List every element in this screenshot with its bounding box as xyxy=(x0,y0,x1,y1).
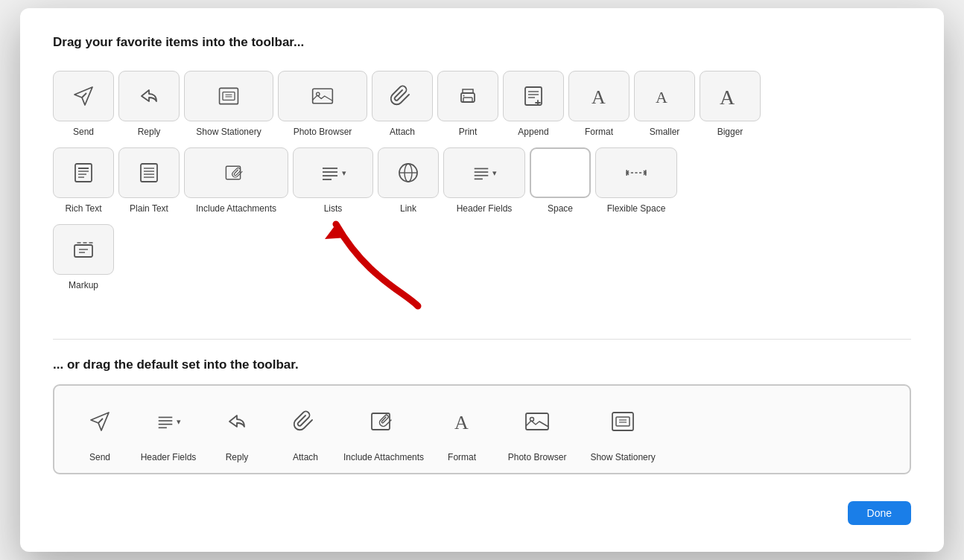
tool-print[interactable]: Print xyxy=(437,71,498,137)
arrow-annotation xyxy=(306,202,440,316)
toolbar-items-row3: Markup xyxy=(53,224,114,290)
dt-send-btn[interactable] xyxy=(69,396,130,447)
tool-link-btn[interactable] xyxy=(378,147,439,198)
svg-rect-55 xyxy=(616,417,630,426)
photo-icon xyxy=(311,84,334,108)
tool-reply-label: Reply xyxy=(138,127,161,137)
tool-rich-text[interactable]: Rich Text xyxy=(53,147,114,214)
dt-stationery-icon xyxy=(609,410,636,433)
svg-text:A: A xyxy=(592,86,606,108)
tool-photo-browser[interactable]: Photo Browser xyxy=(278,71,367,137)
tool-stationery-btn[interactable] xyxy=(184,71,273,121)
print-icon xyxy=(456,84,480,108)
tool-lists-btn[interactable]: ▾ xyxy=(293,147,373,198)
tool-rich-text-label: Rich Text xyxy=(65,203,101,214)
toolbar-items-row2: Rich Text Plain Text xyxy=(53,147,911,214)
tool-include-attachments[interactable]: Include Attachments xyxy=(184,147,288,214)
tool-append-btn[interactable] xyxy=(503,71,564,121)
svg-text:A: A xyxy=(720,86,735,108)
tool-plain-text-btn[interactable] xyxy=(118,147,180,198)
tool-reply-btn[interactable] xyxy=(118,71,180,121)
tool-reply[interactable]: Reply xyxy=(118,71,180,137)
svg-rect-24 xyxy=(141,164,157,182)
default-toolbar-box: Send ▾ Header Fields Reply xyxy=(53,384,911,474)
dt-show-stationery[interactable]: Show Stationery xyxy=(582,396,664,462)
tool-show-stationery[interactable]: Show Stationery xyxy=(184,71,273,137)
tool-print-btn[interactable] xyxy=(437,71,498,121)
dt-format-btn[interactable]: A xyxy=(431,396,492,447)
dt-header-fields-btn[interactable]: ▾ xyxy=(138,396,199,447)
dt-reply-label: Reply xyxy=(226,452,249,462)
tool-photo-label: Photo Browser xyxy=(294,127,352,137)
tool-send-label: Send xyxy=(73,127,94,137)
lists-dropdown-arrow: ▾ xyxy=(342,168,346,178)
svg-rect-42 xyxy=(74,245,92,257)
tool-plain-text[interactable]: Plain Text xyxy=(118,147,180,214)
tool-smaller-btn[interactable]: A xyxy=(634,71,695,121)
done-button[interactable]: Done xyxy=(848,501,911,525)
tool-header-fields-btn[interactable]: ▾ xyxy=(443,147,525,198)
dt-attach-btn[interactable] xyxy=(275,396,336,447)
tool-flexible-space-label: Flexible Space xyxy=(607,203,666,214)
tool-markup-label: Markup xyxy=(69,280,98,290)
tool-space[interactable]: Space xyxy=(530,147,591,214)
tool-photo-btn[interactable] xyxy=(278,71,367,121)
dialog-title: Drag your favorite items into the toolba… xyxy=(53,35,911,50)
tool-format-label: Format xyxy=(585,127,613,137)
attach-icon xyxy=(390,84,414,108)
dt-attach[interactable]: Attach xyxy=(275,396,336,462)
tool-bigger-label: Bigger xyxy=(717,127,743,137)
tool-send-btn[interactable] xyxy=(53,71,114,121)
svg-rect-2 xyxy=(223,92,235,101)
dt-header-fields[interactable]: ▾ Header Fields xyxy=(138,396,199,462)
tool-smaller[interactable]: A Smaller xyxy=(634,71,695,137)
tool-header-fields[interactable]: ▾ Header Fields xyxy=(443,147,525,214)
dt-attach-icon xyxy=(294,410,317,433)
dt-send[interactable]: Send xyxy=(69,396,130,462)
tool-rich-text-btn[interactable] xyxy=(53,147,114,198)
tool-markup-btn[interactable] xyxy=(53,224,114,275)
red-arrow-svg xyxy=(306,202,440,314)
tool-flexible-space[interactable]: Flexible Space xyxy=(595,147,677,214)
smaller-icon: A xyxy=(653,84,676,108)
dt-attach-label: Attach xyxy=(293,452,318,462)
tool-markup[interactable]: Markup xyxy=(53,224,114,290)
bigger-icon: A xyxy=(718,84,742,108)
tool-attach-btn[interactable] xyxy=(372,71,433,121)
header-fields-dropdown-arrow: ▾ xyxy=(492,168,497,178)
svg-rect-52 xyxy=(526,413,548,430)
dt-send-icon xyxy=(88,410,112,433)
tool-bigger-btn[interactable]: A xyxy=(700,71,761,121)
tool-space-label: Space xyxy=(548,203,573,214)
dt-reply[interactable]: Reply xyxy=(206,396,267,462)
dt-stationery-btn[interactable] xyxy=(582,396,664,447)
svg-text:A: A xyxy=(454,412,469,433)
dt-photo-btn[interactable] xyxy=(500,396,574,447)
dialog-footer: Done xyxy=(53,495,911,525)
tool-bigger[interactable]: A Bigger xyxy=(700,71,761,137)
dt-format-icon: A xyxy=(450,410,474,433)
dt-reply-btn[interactable] xyxy=(206,396,267,447)
tool-print-label: Print xyxy=(459,127,478,137)
svg-rect-5 xyxy=(313,89,333,104)
dt-photo-browser[interactable]: Photo Browser xyxy=(500,396,574,462)
tool-space-btn[interactable] xyxy=(530,147,591,198)
dt-include-attachments[interactable]: Include Attachments xyxy=(343,396,424,462)
reply-icon xyxy=(137,84,161,108)
tool-format[interactable]: A Format xyxy=(568,71,630,137)
link-icon xyxy=(396,161,420,185)
tool-attach[interactable]: Attach xyxy=(372,71,433,137)
tool-include-attach-btn[interactable] xyxy=(184,147,288,198)
dt-include-attach-btn[interactable] xyxy=(346,396,421,447)
tool-attach-label: Attach xyxy=(390,127,415,137)
dt-format[interactable]: A Format xyxy=(431,396,492,462)
tool-send[interactable]: Send xyxy=(53,71,114,137)
tool-flexible-space-btn[interactable] xyxy=(595,147,677,198)
flexible-space-icon xyxy=(624,161,648,185)
dt-format-label: Format xyxy=(448,452,476,462)
toolbar-customization-dialog: Drag your favorite items into the toolba… xyxy=(20,8,944,552)
tool-format-btn[interactable]: A xyxy=(568,71,630,121)
send-icon xyxy=(72,84,95,108)
tool-append[interactable]: Append xyxy=(503,71,564,137)
tool-stationery-label: Show Stationery xyxy=(196,127,261,137)
